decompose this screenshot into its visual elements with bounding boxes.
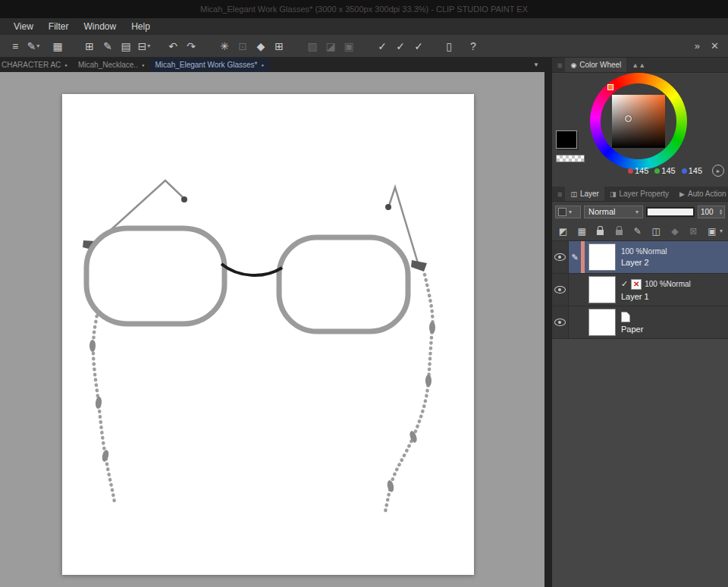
sv-marker[interactable] [625,115,632,122]
toolbar-close-icon[interactable]: ✕ [711,40,719,52]
invert-selection-icon[interactable]: ◪ [322,37,340,55]
blue-value: 145 [682,166,702,175]
main-menu-icon[interactable]: ≡ [6,37,24,55]
menu-help[interactable]: Help [124,18,158,35]
blend-mode-select[interactable]: Normal ▾ [584,206,643,218]
tool-preset-dropdown-icon[interactable]: ✎ [24,37,42,55]
menu-window[interactable]: Window [76,18,124,35]
layer-visibility-toggle[interactable] [552,274,569,306]
selection-area-icon[interactable]: ▣ [340,37,358,55]
command-bar: ≡ ✎ ▦ ⊞ ✎ ▤ ⊟ ↶ ↷ ✳ ⊡ ◆ ⊞ ▨ ◪ ▣ ✓ ✓ ✓ [0,35,728,58]
layer-blend-info: 100 %Normal [645,280,691,288]
redo-icon[interactable]: ↷ [182,37,200,55]
vector-correct-icon-1[interactable]: ✓ [373,37,391,55]
companion-device-icon[interactable]: ▯ [440,37,458,55]
layer-name[interactable]: Layer 1 [621,292,691,301]
tab-auto-action[interactable]: ▶ Auto Action [674,187,728,201]
layer-thumbnail[interactable] [588,309,616,336]
layer-thumbnail[interactable] [588,276,616,303]
layer-filter-dropdown[interactable]: ▾ [555,206,581,218]
snap-special-ruler-icon[interactable]: ✳ [215,37,234,55]
layer-thumbnail[interactable] [588,243,616,271]
opacity-slider[interactable] [646,207,695,217]
vector-correct-icon-2[interactable]: ✓ [391,37,410,55]
layer-panel-header: ≡ ◫ Layer ◨ Layer Property ▶ Auto Action [552,187,728,202]
layer-color-icon: ▣ [706,226,718,237]
tab-layer[interactable]: ◫ Layer [565,187,604,201]
layer-row-layer-1[interactable]: ✓ ✕ 100 %Normal Layer 1 [552,274,728,306]
layer-property-tab-icon: ◨ [610,190,617,198]
eye-icon [554,253,566,261]
layer-name[interactable]: Layer 2 [621,258,667,267]
menu-view[interactable]: View [6,18,41,35]
editing-pen-icon: ✎ [569,253,581,262]
layer-visibility-toggle[interactable] [552,241,569,273]
layer-palette-color-bar[interactable] [581,241,585,273]
export-dropdown-icon[interactable]: ⊟ [135,37,153,55]
layer-command-bar: ◩ ▦ ✎ ◫ ◆ ⊠ ▣ ▾ [552,221,728,241]
layer-name[interactable]: Paper [621,325,643,334]
vector-correct-icon-3[interactable]: ✓ [410,37,428,55]
green-value: 145 [654,166,675,175]
color-set-icon: ▲▲ [632,61,645,69]
stepper-down-icon[interactable]: ▾ [720,212,722,215]
auto-action-tab-icon: ▶ [679,190,685,198]
canvas-area[interactable] [0,72,544,587]
deselect-icon[interactable]: ▨ [303,37,322,55]
saturation-value-square[interactable] [612,95,665,148]
current-color-swatch[interactable] [556,130,577,149]
dock-divider[interactable] [544,58,552,587]
layer-row-layer-2[interactable]: ✎ 100 %Normal Layer 2 [552,241,728,274]
layer-visibility-toggle[interactable] [552,306,569,338]
snap-ruler-icon[interactable]: ⊡ [234,37,252,55]
layer-list-empty-area[interactable] [552,339,728,587]
right-dock: ≡ ◉ Color Wheel ▲▲ [552,58,728,587]
color-wheel-icon: ◉ [570,61,576,69]
crop-frame-icon[interactable]: ⊞ [270,37,288,55]
opacity-stepper[interactable]: 100 ▴ ▾ [698,206,725,218]
clip-to-layer-below-icon[interactable]: ◩ [557,226,570,237]
open-file-icon[interactable]: ▤ [117,37,135,55]
draft-layer-icon[interactable]: ✎ [632,226,644,237]
modified-dot-icon: ● [261,63,264,67]
edit-pencil-icon[interactable]: ✎ [99,37,117,55]
canvas-page[interactable] [62,94,474,575]
undo-icon[interactable]: ↶ [164,37,182,55]
modified-dot-icon: ● [142,63,145,67]
layer-row-paper[interactable]: Paper [552,306,728,339]
workspace-grid-icon[interactable]: ▦ [49,37,67,55]
snap-grid-icon[interactable]: ◆ [252,37,270,55]
tab-list-dropdown-icon[interactable]: ▼ [533,61,544,68]
panel-grip-icon[interactable]: ≡ [554,190,565,199]
blend-mode-row: ▾ Normal ▾ 100 ▴ ▾ [552,202,728,221]
toolbar-collapse-icon[interactable]: » [695,40,700,52]
tab-color-wheel[interactable]: ◉ Color Wheel [565,58,626,72]
panel-grip-icon[interactable]: ≡ [554,61,565,70]
reference-layer-icon[interactable]: ▦ [576,226,588,237]
new-file-icon[interactable]: ⊞ [80,37,99,55]
tab-character-acc[interactable]: CHARACTER AC ● [0,58,73,72]
red-dot-icon [628,168,633,174]
ruler-snap-icon[interactable]: ◆ [669,226,681,237]
tab-color-set[interactable]: ▲▲ [626,58,651,72]
window-title: Micah_Elegant Work Glasses* (3000 x 3500… [200,5,528,14]
chevron-down-icon: ▾ [569,209,572,215]
paper-icon [621,312,630,322]
tab-micah-elegant-work-glasses[interactable]: Micah_Elegant Work Glasses* ● [150,58,270,72]
color-wheel[interactable] [590,73,687,170]
menu-filter[interactable]: Filter [41,18,77,35]
transparent-color-swatch[interactable] [556,155,585,162]
tab-micah-necklace[interactable]: Micah_Necklace.. ● [73,58,150,72]
tab-layer-property[interactable]: ◨ Layer Property [604,187,674,201]
apply-mask-icon[interactable]: ⊠ [688,226,700,237]
layer-color-dropdown[interactable]: ▣ ▾ [706,226,723,237]
blue-dot-icon [682,168,687,174]
lock-layer-icon[interactable] [595,227,607,235]
rgb-readout: 145 145 145 [628,166,702,175]
help-icon[interactable]: ? [464,37,482,55]
chevron-down-icon: ▾ [635,209,639,215]
lock-transparent-pixels-icon[interactable] [613,227,626,235]
enable-mask-icon[interactable]: ◫ [651,226,663,237]
hue-marker[interactable] [607,84,613,90]
color-history-icon[interactable]: ▸ [712,165,724,177]
